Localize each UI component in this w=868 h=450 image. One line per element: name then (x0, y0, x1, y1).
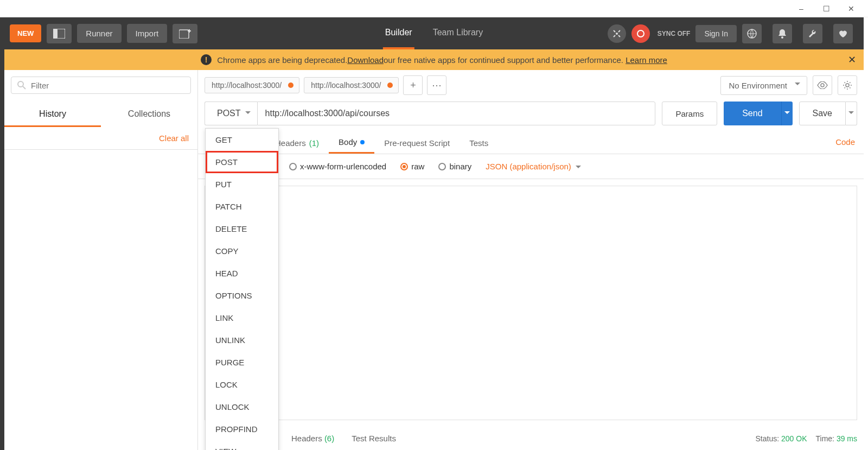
method-option-purge[interactable]: PURGE (206, 351, 278, 373)
banner-text-b: our free native apps for continued suppo… (384, 55, 623, 65)
deprecation-banner: ! Chrome apps are being deprecated. Down… (4, 49, 864, 70)
new-window-button[interactable] (173, 24, 197, 43)
unsaved-dot-icon (288, 83, 293, 88)
heart-button[interactable] (833, 24, 853, 43)
new-button[interactable]: NEW (10, 24, 41, 42)
save-dropdown-button[interactable] (846, 102, 857, 125)
alert-icon: ! (201, 54, 212, 65)
svg-point-3 (616, 33, 618, 35)
binary-radio[interactable]: binary (438, 162, 471, 171)
banner-learn-link[interactable]: Learn more (626, 55, 667, 65)
side-tabs: History Collections (4, 103, 197, 127)
method-option-options[interactable]: OPTIONS (206, 284, 278, 307)
search-icon (17, 80, 27, 90)
response-status-row: Status: 200 OK Time: 39 ms (756, 434, 857, 443)
pre-request-script-tab[interactable]: Pre-request Script (374, 132, 459, 154)
toolbar-right: SYNC OFF Sign In (608, 24, 858, 43)
banner-close-icon[interactable]: ✕ (848, 54, 856, 66)
send-button[interactable]: Send (724, 102, 781, 125)
sync-off-icon (636, 29, 645, 38)
svg-point-8 (821, 84, 824, 87)
toggle-sidebar-button[interactable] (47, 24, 72, 43)
method-option-propfind[interactable]: PROPFIND (206, 418, 278, 440)
collections-tab[interactable]: Collections (101, 103, 197, 127)
env-settings-button[interactable] (838, 75, 857, 95)
method-select[interactable]: POST GETPOSTPUTPATCHDELETECOPYHEADOPTION… (205, 102, 257, 125)
method-option-unlink[interactable]: UNLINK (206, 329, 278, 351)
svg-point-7 (18, 81, 23, 87)
send-dropdown-button[interactable] (781, 102, 793, 125)
team-library-tab[interactable]: Team Library (431, 18, 485, 49)
svg-rect-1 (53, 29, 58, 39)
body-tab[interactable]: Body (329, 132, 374, 154)
history-tab[interactable]: History (4, 103, 101, 127)
request-tab-0[interactable]: http://localhost:3000/ (205, 77, 299, 93)
method-dropdown: GETPOSTPUTPATCHDELETECOPYHEADOPTIONSLINK… (205, 128, 279, 450)
heart-icon (838, 29, 848, 38)
add-tab-button[interactable]: + (403, 75, 423, 95)
url-input[interactable] (257, 102, 656, 125)
urlencoded-radio[interactable]: x-www-form-urlencoded (289, 162, 386, 171)
method-option-link[interactable]: LINK (206, 307, 278, 329)
request-tab-row: http://localhost:3000/ http://localhost:… (198, 70, 864, 95)
code-link[interactable]: Code (833, 132, 857, 154)
method-option-view[interactable]: VIEW (206, 440, 278, 450)
builder-tab[interactable]: Builder (383, 18, 414, 49)
method-option-head[interactable]: HEAD (206, 262, 278, 284)
save-button[interactable]: Save (799, 102, 846, 125)
body-type-row: x-www-form-urlencoded raw binary JSON (a… (198, 154, 864, 179)
left-gutter (0, 17, 4, 450)
close-button[interactable]: ✕ (839, 0, 864, 17)
banner-text-a: Chrome apps are being deprecated. (217, 55, 347, 65)
sync-status-icon[interactable] (631, 24, 650, 43)
cloud-button[interactable] (742, 24, 762, 43)
notifications-button[interactable] (773, 24, 792, 43)
method-option-delete[interactable]: DELETE (206, 218, 278, 240)
request-body-editor[interactable] (205, 186, 857, 420)
runner-button[interactable]: Runner (77, 24, 121, 43)
panel-icon (53, 29, 65, 39)
new-window-icon (179, 29, 191, 39)
filter-wrap (4, 70, 197, 96)
method-url-group: POST GETPOSTPUTPATCHDELETECOPYHEADOPTION… (205, 102, 257, 125)
method-option-unlock[interactable]: UNLOCK (206, 396, 278, 418)
method-option-copy[interactable]: COPY (206, 240, 278, 262)
gear-icon (843, 80, 852, 90)
method-option-get[interactable]: GET (206, 129, 278, 151)
method-option-post[interactable]: POST (206, 151, 278, 173)
interceptor-icon[interactable] (608, 24, 626, 43)
eye-icon (817, 81, 828, 89)
method-option-patch[interactable]: PATCH (206, 195, 278, 218)
window-title-bar: – ☐ ✕ (0, 0, 868, 17)
tab-options-button[interactable]: ⋯ (427, 75, 446, 95)
request-sub-tabs: Headers(1) Body Pre-request Script Tests… (198, 132, 864, 154)
sidebar: History Collections Clear all (4, 70, 198, 450)
method-option-put[interactable]: PUT (206, 173, 278, 195)
environment-select[interactable]: No Environment (720, 76, 807, 95)
params-button[interactable]: Params (662, 102, 717, 125)
filter-box[interactable] (11, 77, 191, 94)
maximize-button[interactable]: ☐ (814, 0, 839, 17)
svg-point-9 (846, 84, 849, 87)
bell-icon (778, 29, 787, 39)
banner-download-link[interactable]: Download (347, 55, 384, 65)
signin-button[interactable]: Sign In (695, 25, 737, 42)
clear-all-link[interactable]: Clear all (4, 127, 197, 150)
app-toolbar: NEW Runner Import Builder Team Library S… (4, 17, 864, 49)
save-group: Save (799, 102, 857, 125)
body-changed-dot-icon (360, 140, 365, 144)
tests-tab[interactable]: Tests (459, 132, 498, 154)
request-tab-1[interactable]: http://localhost:3000/ (304, 77, 399, 93)
response-test-results-tab[interactable]: Test Results (343, 432, 405, 445)
body-format-select[interactable]: JSON (application/json) (486, 162, 581, 171)
minimize-button[interactable]: – (789, 0, 814, 17)
method-option-lock[interactable]: LOCK (206, 373, 278, 396)
raw-radio[interactable]: raw (400, 162, 424, 171)
env-row: No Environment (720, 75, 857, 95)
filter-input[interactable] (31, 81, 185, 90)
main-area: http://localhost:3000/ http://localhost:… (198, 70, 864, 450)
import-button[interactable]: Import (127, 24, 168, 43)
env-preview-button[interactable] (813, 75, 832, 95)
settings-button[interactable] (803, 24, 822, 43)
response-tabs: Headers (6) Test Results Status: 200 OK … (198, 427, 864, 450)
